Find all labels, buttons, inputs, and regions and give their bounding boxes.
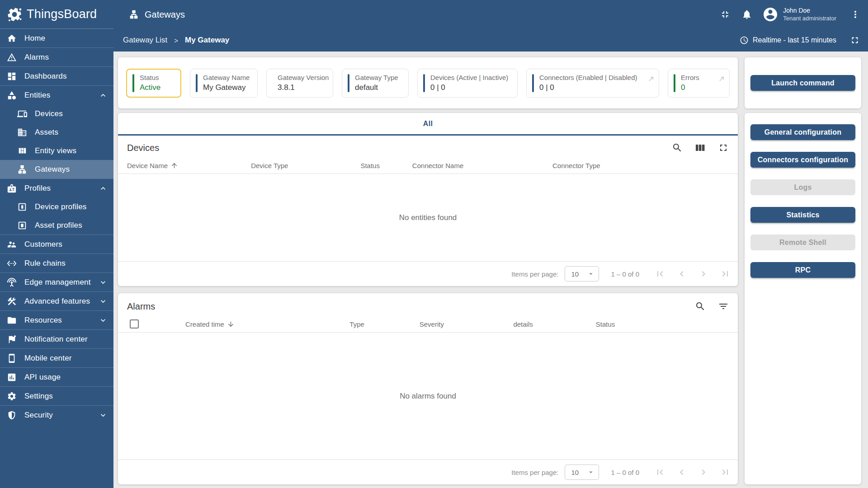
column-connector-name[interactable]: Connector Name (412, 162, 552, 169)
sidebar-item-mobile-center[interactable]: Mobile center (0, 349, 113, 367)
open-link-arrow-icon[interactable] (718, 75, 725, 82)
sidebar-item-label: Alarms (24, 53, 49, 62)
sidebar-item-devices[interactable]: Devices (0, 104, 113, 123)
user-info[interactable]: John Doe Tenant administrator (783, 7, 836, 22)
devices-icon (17, 109, 27, 119)
last-page-button[interactable] (720, 467, 731, 478)
dropdown-caret-icon (587, 270, 595, 278)
sidebar-item-rule-chains[interactable]: Rule chains (0, 254, 113, 272)
column-status[interactable]: Status (360, 162, 412, 169)
status-card-status[interactable]: Status Active (126, 69, 181, 98)
statistics-button[interactable]: Statistics (750, 207, 855, 223)
sidebar-item-notification-center[interactable]: Notification center (0, 330, 113, 348)
column-device-name[interactable]: Device Name (127, 162, 251, 169)
sidebar-item-label: Entities (24, 91, 50, 100)
launch-command-button[interactable]: Launch command (750, 75, 855, 91)
chevron-down-icon (99, 411, 108, 420)
sort-desc-icon (227, 320, 235, 328)
sidebar-item-api-usage[interactable]: API usage (0, 368, 113, 386)
connectors-configuration-button[interactable]: Connectors configuration (750, 152, 855, 168)
devices-panel: All Devices Device Name (118, 113, 738, 286)
expand-fullscreen-icon[interactable] (718, 142, 729, 153)
sort-asc-icon (170, 162, 178, 169)
status-card-connectors[interactable]: Connectors (Enabled | Disabled) 0 | 0 (526, 69, 659, 98)
status-card-gateway-type[interactable]: Gateway Type default (342, 69, 409, 98)
accent-bar (196, 74, 198, 92)
status-card-value: 0 (681, 83, 699, 92)
column-connector-type[interactable]: Connector Type (552, 162, 729, 169)
prev-page-button[interactable] (676, 268, 687, 279)
page-size-select[interactable]: 10 (565, 266, 599, 282)
sidebar-item-label: Customers (24, 240, 62, 249)
next-page-button[interactable] (698, 467, 709, 478)
status-card-errors[interactable]: Errors 0 (668, 69, 730, 98)
avatar[interactable] (762, 6, 778, 23)
remote-shell-button[interactable]: Remote Shell (750, 235, 855, 250)
sidebar-item-entity-views[interactable]: Entity views (0, 141, 113, 160)
antenna-icon (7, 277, 17, 287)
fullscreen-icon[interactable] (850, 35, 860, 45)
page-size-select[interactable]: 10 (565, 465, 599, 480)
rpc-button[interactable]: RPC (750, 262, 855, 278)
filter-icon[interactable] (718, 301, 729, 312)
sidebar-item-label: Assets (35, 128, 58, 137)
first-page-button[interactable] (655, 467, 665, 478)
next-page-button[interactable] (698, 268, 709, 279)
sidebar-item-advanced-features[interactable]: Advanced features (0, 292, 113, 310)
logs-button[interactable]: Logs (750, 179, 855, 195)
sidebar-item-alarms[interactable]: Alarms (0, 48, 113, 66)
general-configuration-button[interactable]: General configuration (750, 124, 855, 140)
sidebar-item-asset-profiles[interactable]: Asset profiles (0, 216, 113, 235)
devices-table-header: Device Name Device Type Status Connector… (118, 157, 738, 174)
sidebar-item-device-profiles[interactable]: Device profiles (0, 197, 113, 216)
status-card-gateway-name[interactable]: Gateway Name My Gateway (190, 69, 258, 98)
people-icon (7, 239, 17, 249)
sidebar-item-label: Rule chains (24, 259, 66, 268)
shield-icon (7, 410, 17, 420)
column-created-time[interactable]: Created time (185, 320, 349, 328)
breadcrumb-parent[interactable]: Gateway List (123, 36, 167, 45)
columns-icon[interactable] (695, 142, 706, 153)
column-severity[interactable]: Severity (420, 320, 514, 328)
category-icon (7, 90, 17, 100)
brand-name: ThingsBoard (27, 7, 97, 21)
column-status[interactable]: Status (596, 320, 729, 328)
status-card-devices[interactable]: Devices (Active | Inactive) 0 | 0 (417, 69, 518, 98)
sidebar-item-home[interactable]: Home (0, 29, 113, 47)
accent-bar (348, 74, 349, 92)
sidebar-item-label: Advanced features (24, 297, 90, 306)
first-page-button[interactable] (655, 268, 665, 279)
search-icon[interactable] (695, 301, 706, 312)
page-title-text: Gateways (145, 9, 185, 20)
notifications-bell-icon[interactable] (741, 9, 752, 20)
search-icon[interactable] (672, 142, 683, 153)
sidebar-item-resources[interactable]: Resources (0, 311, 113, 329)
status-card-gateway-version[interactable]: Gateway Version 3.8.1 (266, 69, 333, 98)
open-link-arrow-icon[interactable] (648, 75, 655, 82)
more-vert-icon[interactable] (850, 9, 861, 20)
sidebar-item-edge-management[interactable]: Edge management (0, 273, 113, 291)
dashboard-icon (7, 71, 17, 81)
logo[interactable]: ThingsBoard (0, 0, 113, 29)
chevron-down-icon (99, 297, 108, 306)
prev-page-button[interactable] (676, 467, 687, 478)
sidebar-item-assets[interactable]: Assets (0, 123, 113, 141)
sidebar-item-gateways[interactable]: Gateways (0, 160, 113, 178)
sidebar-item-customers[interactable]: Customers (0, 235, 113, 253)
tab-all[interactable]: All (423, 120, 433, 128)
sidebar-item-security[interactable]: Security (0, 406, 113, 424)
main-content: Status Active Gateway Name My Gateway Ga… (113, 52, 868, 488)
column-details[interactable]: details (513, 320, 595, 328)
last-page-button[interactable] (720, 268, 731, 279)
column-type[interactable]: Type (349, 320, 419, 328)
collapse-icon[interactable] (720, 9, 731, 20)
sidebar-item-profiles[interactable]: Profiles (0, 179, 113, 197)
sidebar-item-entities[interactable]: Entities (0, 86, 113, 104)
select-all-checkbox[interactable] (130, 319, 139, 328)
sidebar-item-label: API usage (24, 373, 61, 382)
sidebar-item-label: Notification center (24, 335, 88, 344)
timewindow-button[interactable]: Realtime - last 15 minutes (753, 36, 836, 44)
sidebar-item-dashboards[interactable]: Dashboards (0, 67, 113, 85)
column-device-type[interactable]: Device Type (251, 162, 360, 169)
sidebar-item-settings[interactable]: Settings (0, 387, 113, 405)
